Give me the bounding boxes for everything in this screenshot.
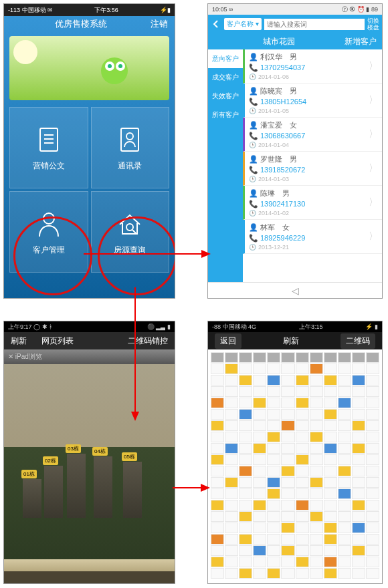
unit-cell[interactable]: [296, 409, 309, 420]
unit-cell[interactable]: [366, 352, 379, 363]
tile-customers[interactable]: 客户管理: [9, 191, 88, 273]
unit-cell[interactable]: [281, 477, 294, 488]
unit-cell[interactable]: [366, 500, 379, 510]
unit-cell[interactable]: [366, 545, 379, 556]
unit-cell[interactable]: [310, 568, 323, 579]
unit-cell[interactable]: [338, 432, 351, 442]
search-input[interactable]: [264, 19, 365, 30]
unit-cell[interactable]: [296, 545, 309, 556]
unit-cell[interactable]: [310, 466, 323, 476]
unit-cell[interactable]: [239, 432, 252, 442]
unit-cell[interactable]: [267, 363, 280, 374]
unit-cell[interactable]: [253, 557, 266, 567]
tab-invalid[interactable]: 失效客户: [208, 87, 243, 106]
unit-cell[interactable]: [324, 398, 337, 408]
unit-cell[interactable]: [225, 352, 238, 363]
building[interactable]: 03栋: [67, 454, 86, 518]
unit-cell[interactable]: [324, 500, 337, 510]
logout-button[interactable]: 注销: [151, 18, 168, 30]
unit-cell[interactable]: [281, 398, 294, 408]
unit-cell[interactable]: [366, 557, 379, 567]
building[interactable]: 04栋: [94, 456, 112, 518]
unit-cell[interactable]: [239, 488, 252, 499]
unit-cell[interactable]: [310, 386, 323, 397]
unit-cell[interactable]: [225, 477, 238, 488]
unit-cell[interactable]: [338, 557, 351, 567]
unit-cell[interactable]: [324, 420, 337, 431]
unit-cell[interactable]: [211, 409, 224, 420]
tile-property[interactable]: 房源查询: [91, 191, 170, 273]
unit-cell[interactable]: [267, 523, 280, 533]
unit-cell[interactable]: [239, 568, 252, 579]
unit-cell[interactable]: [225, 398, 238, 408]
unit-cell[interactable]: [352, 454, 365, 465]
unit-cell[interactable]: [281, 363, 294, 374]
unit-cell[interactable]: [310, 534, 323, 545]
unit-cell[interactable]: [324, 363, 337, 374]
unit-cell[interactable]: [324, 409, 337, 420]
unit-cell[interactable]: [281, 534, 294, 545]
unit-cell[interactable]: [239, 375, 252, 386]
unit-cell[interactable]: [338, 500, 351, 510]
refresh-button[interactable]: 刷新: [283, 335, 299, 347]
unit-cell[interactable]: [310, 409, 323, 420]
unit-cell[interactable]: [281, 375, 294, 386]
unit-cell[interactable]: [225, 488, 238, 499]
refresh-button[interactable]: 刷新: [11, 335, 27, 347]
unit-cell[interactable]: [267, 557, 280, 567]
unit-cell[interactable]: [225, 534, 238, 545]
unit-cell[interactable]: [239, 352, 252, 363]
customer-row[interactable]: 👤林军 女📞18925946229🕒2013-12-21〉: [243, 220, 382, 254]
unit-cell[interactable]: [239, 534, 252, 545]
qr-sales-button[interactable]: 二维码销控: [128, 335, 168, 347]
unit-cell[interactable]: [352, 409, 365, 420]
unit-cell[interactable]: [225, 409, 238, 420]
unit-cell[interactable]: [310, 523, 323, 533]
unit-cell[interactable]: [310, 477, 323, 488]
unit-cell[interactable]: [281, 454, 294, 465]
unit-cell[interactable]: [296, 432, 309, 442]
unit-cell[interactable]: [281, 523, 294, 533]
unit-cell[interactable]: [324, 443, 337, 454]
unit-cell[interactable]: [352, 500, 365, 510]
unit-cell[interactable]: [352, 534, 365, 545]
unit-cell[interactable]: [366, 409, 379, 420]
unit-cell[interactable]: [267, 443, 280, 454]
unit-cell[interactable]: [211, 545, 224, 556]
unit-cell[interactable]: [352, 466, 365, 476]
unit-cell[interactable]: [253, 454, 266, 465]
unit-cell[interactable]: [352, 386, 365, 397]
unit-cell[interactable]: [281, 557, 294, 567]
unit-cell[interactable]: [310, 352, 323, 363]
unit-cell[interactable]: [239, 454, 252, 465]
customer-row[interactable]: 👤陈琳 男📞13902417130🕒2014-01-02〉: [243, 186, 382, 220]
unit-cell[interactable]: [324, 511, 337, 522]
unit-cell[interactable]: [211, 398, 224, 408]
unit-cell[interactable]: [211, 488, 224, 499]
unit-cell[interactable]: [296, 511, 309, 522]
unit-cell[interactable]: [267, 545, 280, 556]
unit-cell[interactable]: [338, 398, 351, 408]
unit-cell[interactable]: [338, 409, 351, 420]
unit-cell[interactable]: [310, 488, 323, 499]
unit-cell[interactable]: [366, 568, 379, 579]
unit-cell[interactable]: [324, 523, 337, 533]
unit-cell[interactable]: [324, 375, 337, 386]
unit-cell[interactable]: [296, 500, 309, 510]
tab-all[interactable]: 所有客户: [208, 106, 243, 124]
unit-cell[interactable]: [253, 432, 266, 442]
unit-cell[interactable]: [352, 545, 365, 556]
unit-cell[interactable]: [352, 443, 365, 454]
unit-cell[interactable]: [366, 432, 379, 442]
unit-cell[interactable]: [338, 420, 351, 431]
unit-cell[interactable]: [253, 511, 266, 522]
building[interactable]: 05栋: [123, 462, 142, 518]
unit-cell[interactable]: [267, 511, 280, 522]
unit-cell[interactable]: [352, 488, 365, 499]
unit-cell[interactable]: [267, 398, 280, 408]
unit-cell[interactable]: [211, 454, 224, 465]
unit-cell[interactable]: [281, 352, 294, 363]
unit-cell[interactable]: [338, 363, 351, 374]
unit-cell[interactable]: [310, 398, 323, 408]
unit-cell[interactable]: [239, 545, 252, 556]
